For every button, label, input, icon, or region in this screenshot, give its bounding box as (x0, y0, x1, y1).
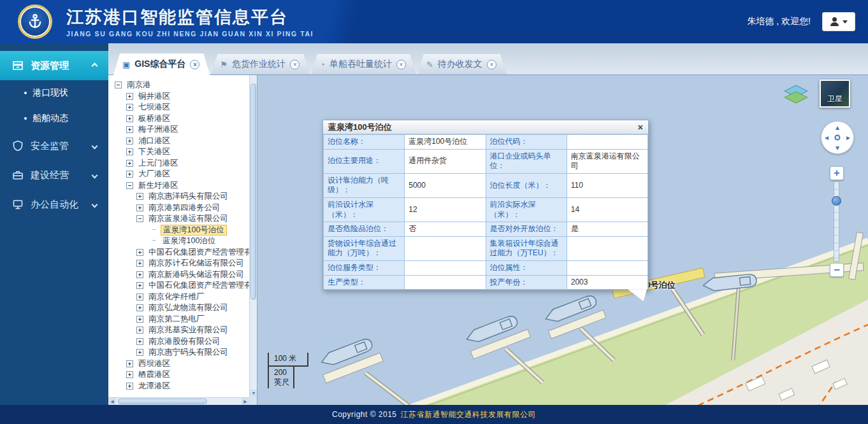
expand-icon[interactable] (136, 271, 143, 278)
expand-icon[interactable] (136, 204, 143, 211)
expand-icon[interactable] (126, 383, 133, 390)
zoom-out-button[interactable]: − (830, 263, 844, 277)
tree-node[interactable]: 梅子洲港区 (113, 124, 248, 136)
tree-node[interactable]: 蓝泉湾100泊位 (113, 236, 248, 247)
tree-node[interactable]: 南京港 (113, 80, 248, 91)
tree-node-label: 南京惠洋码头有限公司 (147, 192, 230, 201)
user-menu-button[interactable] (822, 12, 855, 31)
tree-node[interactable]: 铜井港区 (113, 91, 248, 102)
sidebar-item-label: 资源管理 (31, 60, 69, 72)
expand-icon[interactable] (126, 171, 133, 178)
tree-node[interactable]: 中国石化集团资产经营管理有 (113, 247, 248, 258)
pan-left-icon[interactable]: ◂ (825, 134, 828, 141)
zoom-slider[interactable] (834, 181, 839, 262)
expand-icon[interactable] (126, 371, 133, 378)
tree-node[interactable]: 中国石化集团资产经营管理有 (113, 280, 248, 292)
sidebar-subitem-ship-dynamics[interactable]: 船舶动态 (0, 106, 108, 131)
expand-icon[interactable] (136, 304, 143, 311)
scroll-down-icon[interactable]: ▼ (250, 390, 257, 397)
tab-pending-documents[interactable]: ✎ 待办收发文 × (417, 54, 507, 74)
expand-icon[interactable] (136, 282, 143, 289)
expand-icon[interactable] (126, 138, 133, 145)
tree-node-selected[interactable]: 蓝泉湾100号泊位 (113, 225, 248, 236)
expand-icon[interactable] (126, 160, 133, 167)
horizontal-scrollbar[interactable]: ◀ ▶ (108, 397, 249, 405)
expand-icon[interactable] (136, 338, 143, 345)
sidebar-subitem-port-status[interactable]: 港口现状 (0, 80, 108, 106)
tree-node-label: 西坝港区 (136, 359, 172, 369)
tree-node[interactable]: 七坝港区 (113, 102, 248, 113)
tree-node[interactable]: 南京弘龙物流有限公司 (113, 302, 248, 314)
expand-icon[interactable] (136, 293, 143, 300)
tree-node[interactable]: 南京港第四港务公司 (113, 202, 248, 214)
collapse-icon[interactable] (126, 182, 133, 189)
map-layers-button[interactable] (783, 84, 809, 106)
expand-icon[interactable] (136, 193, 143, 200)
tree-node-label: 南京弘龙物流有限公司 (147, 303, 230, 313)
tree-node[interactable]: 板桥港区 (113, 113, 248, 125)
vertical-scrollbar-thumb[interactable] (250, 83, 256, 300)
sidebar-item-resource-management[interactable]: 资源管理 (0, 51, 108, 80)
tree-node-label: 上元门港区 (136, 159, 180, 168)
tree-node[interactable]: 南京第二热电厂 (113, 314, 248, 325)
tree-node[interactable]: 南京化学纤维厂 (113, 292, 248, 303)
expand-icon[interactable] (136, 327, 143, 334)
close-icon[interactable]: × (190, 60, 199, 69)
tree-node[interactable]: 南京兆基实业有限公司 (113, 325, 248, 336)
page-title: 江苏港口智能监管信息平台 (66, 6, 314, 29)
tree-node[interactable]: 南京惠宁码头有限公司 (113, 347, 248, 358)
close-icon[interactable]: × (638, 123, 643, 132)
horizontal-scrollbar-thumb[interactable] (118, 399, 207, 404)
tab-dangerous-cargo-stats[interactable]: ⚑ 危货作业统计 × (211, 54, 310, 74)
sidebar-item-office-automation[interactable]: 办公自动化 (0, 190, 108, 219)
tree-node[interactable]: 新生圩港区 (113, 180, 248, 192)
tab-gis-platform[interactable]: ▣ GIS综合平台 × (113, 53, 210, 75)
pan-up-icon[interactable]: ▴ (835, 124, 839, 131)
expand-icon[interactable] (126, 93, 133, 100)
collapse-icon[interactable] (136, 215, 143, 222)
expand-icon[interactable] (136, 316, 143, 323)
sidebar-item-construction-operation[interactable]: 建设经营 (0, 160, 108, 190)
tree-node[interactable]: 龙潭港区 (113, 381, 248, 392)
expand-icon[interactable] (136, 349, 143, 356)
bullet-icon (24, 117, 27, 120)
expand-icon[interactable] (136, 249, 143, 256)
tree-node[interactable]: 南京蓝泉港运有限公司 (113, 213, 248, 225)
close-icon[interactable]: × (487, 60, 496, 69)
expand-icon[interactable] (126, 104, 133, 111)
tree-node[interactable]: 南京苏计石化储运有限公司 (113, 258, 248, 269)
tree-node[interactable]: 上元门港区 (113, 158, 248, 169)
close-icon[interactable]: × (396, 60, 406, 69)
map-pan-control[interactable]: ▴ ▾ ◂ ▸ (821, 121, 854, 154)
tree-node[interactable]: 大厂港区 (113, 169, 248, 180)
collapse-icon[interactable] (115, 81, 122, 88)
pan-right-icon[interactable]: ▸ (846, 134, 850, 141)
copyright-text: Copyright © 2015 (332, 410, 397, 419)
expand-icon[interactable] (126, 126, 133, 133)
tree-node[interactable]: 南京港股份有限公司 (113, 336, 248, 348)
map-canvas[interactable]: 蓝泉湾100号泊位 卫星 ▴ ▾ ◂ ▸ (257, 75, 868, 405)
tree-node[interactable]: 南京惠洋码头有限公司 (113, 191, 248, 202)
field-value: 是 (567, 222, 647, 237)
zoom-slider-handle[interactable] (832, 196, 841, 206)
vertical-scrollbar[interactable]: ▼ (249, 75, 257, 397)
tab-ship-throughput-stats[interactable]: ◔ 单船吞吐量统计 × (311, 54, 416, 74)
zoom-in-button[interactable]: + (830, 166, 844, 180)
company-name: 江苏省新通智能交通科技发展有限公司 (401, 409, 537, 420)
sidebar-item-safety-supervision[interactable]: 安全监管 (0, 131, 108, 160)
close-icon[interactable]: × (290, 60, 300, 69)
expand-icon[interactable] (126, 148, 133, 155)
satellite-toggle-button[interactable]: 卫星 (820, 80, 850, 108)
expand-icon[interactable] (126, 360, 133, 367)
tree-node[interactable]: 栖霞港区 (113, 369, 248, 381)
expand-icon[interactable] (126, 115, 133, 122)
pan-down-icon[interactable]: ▾ (835, 144, 839, 152)
tree-node[interactable]: 南京新港码头储运有限公司 (113, 269, 248, 281)
pan-center-dot[interactable] (835, 135, 841, 141)
tree-node[interactable]: 西坝港区 (113, 358, 248, 370)
scroll-left-icon[interactable]: ◀ (108, 398, 116, 406)
tree-node[interactable]: 浦口港区 (113, 136, 248, 147)
tree-node[interactable]: 下关港区 (113, 146, 248, 158)
expand-icon[interactable] (136, 260, 143, 267)
scroll-right-icon[interactable]: ▶ (242, 398, 249, 406)
